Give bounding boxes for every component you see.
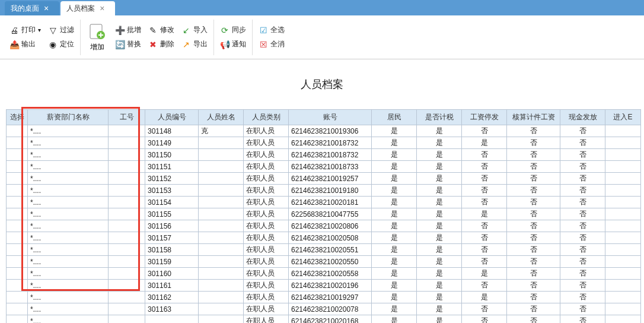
delete-button[interactable]: ✖删除 [148, 39, 174, 50]
cell-tax: 是 [417, 280, 462, 292]
col-dept[interactable]: 薪资部门名称 [28, 110, 109, 125]
cell-empno: 301158 [145, 244, 199, 256]
cell-stop: 否 [462, 256, 507, 268]
print-button[interactable]: 🖨打印▾ [9, 24, 41, 36]
table-row[interactable]: *....301152 在职人员62146238210019257是是否否否 [7, 173, 641, 185]
batch-add-button[interactable]: ➕批增 [115, 24, 141, 36]
table-row[interactable]: *....301159 在职人员62146238210020550是是否否否 [7, 256, 641, 268]
close-icon[interactable]: × [100, 4, 104, 13]
cell-select[interactable] [7, 303, 28, 315]
cell-resident: 是 [372, 244, 417, 256]
filter-button[interactable]: ▽过滤 [48, 24, 74, 36]
cell-empno: 301160 [145, 268, 199, 280]
cell-stop: 否 [462, 315, 507, 324]
cell-name [199, 208, 244, 220]
cell-resident: 是 [372, 149, 417, 161]
cell-select[interactable] [7, 244, 28, 256]
col-cash[interactable]: 现金发放 [560, 110, 605, 125]
cell-acct: 62146238210020806 [289, 220, 372, 232]
cell-enter [605, 185, 641, 197]
col-type[interactable]: 人员类别 [244, 110, 289, 125]
cell-dept: *.... [28, 125, 109, 137]
table-row[interactable]: *....301162 在职人员62146238210019297是是是否否 [7, 292, 641, 303]
funnel-icon: ▽ [48, 26, 58, 35]
cell-cash: 否 [560, 280, 605, 292]
cell-select[interactable] [7, 220, 28, 232]
cell-select[interactable] [7, 208, 28, 220]
table-row[interactable]: *....301153 在职人员62146238210019180是是否否否 [7, 185, 641, 197]
add-button[interactable]: 增加 [83, 22, 111, 52]
modify-button[interactable]: ✎修改 [148, 24, 174, 36]
table-row[interactable]: *....301161 在职人员62146238210020196是是否否否 [7, 280, 641, 292]
col-stop[interactable]: 工资停发 [462, 110, 507, 125]
table-row[interactable]: *....301149 在职人员62146238210018732是是是否否 [7, 137, 641, 149]
cell-empno: 301161 [145, 280, 199, 292]
cell-select[interactable] [7, 125, 28, 137]
cell-acct: 62146238210020508 [289, 232, 372, 244]
col-name[interactable]: 人员姓名 [199, 110, 244, 125]
table-row[interactable]: *....301160 在职人员62146238210020558是是是否否 [7, 268, 641, 280]
select-all-button[interactable]: ☑全选 [259, 24, 285, 36]
locate-button[interactable]: ◉定位 [48, 39, 74, 50]
table-row[interactable]: *....301148克在职人员62146238210019306是是否否否 [7, 125, 641, 137]
cell-select[interactable] [7, 197, 28, 208]
cell-acct: 62146238210019180 [289, 185, 372, 197]
clear-all-button[interactable]: ☒全消 [259, 39, 285, 50]
col-tax[interactable]: 是否计税 [417, 110, 462, 125]
cell-name [199, 303, 244, 315]
col-resident[interactable]: 居民 [372, 110, 417, 125]
cell-dept: *.... [28, 137, 109, 149]
cell-type: 在职人员 [244, 137, 289, 149]
cell-select[interactable] [7, 137, 28, 149]
cell-select[interactable] [7, 149, 28, 161]
table-row[interactable]: *....301154 在职人员62146238210020181是是否否否 [7, 197, 641, 208]
table-row[interactable]: *....301155 在职人员62256838210047755是是是否否 [7, 208, 641, 220]
col-enter[interactable]: 进入E [605, 110, 641, 125]
table-row[interactable]: *....301163 在职人员62146238210020078是是否否否 [7, 303, 641, 315]
cell-acct: 62146238210018733 [289, 161, 372, 173]
cell-select[interactable] [7, 315, 28, 324]
cell-type: 在职人员 [244, 161, 289, 173]
megaphone-icon: 📢 [220, 40, 229, 49]
col-empno[interactable]: 人员编号 [145, 110, 199, 125]
cell-select[interactable] [7, 280, 28, 292]
cell-resident: 是 [372, 161, 417, 173]
cell-jobno [109, 173, 145, 185]
separator [80, 20, 81, 55]
cell-enter [605, 232, 641, 244]
export-button[interactable]: ↗导出 [181, 39, 208, 50]
batch-add-icon: ➕ [115, 26, 125, 35]
cell-select[interactable] [7, 268, 28, 280]
table-row[interactable]: *....301151 在职人员62146238210018733是是否否否 [7, 161, 641, 173]
output-button[interactable]: 📤输出 [9, 39, 41, 50]
table-row[interactable]: *....301157 在职人员62146238210020508是是否否否 [7, 232, 641, 244]
cell-select[interactable] [7, 292, 28, 303]
notify-button[interactable]: 📢通知 [220, 39, 246, 50]
table-row[interactable]: *....301156 在职人员62146238210020806是是否否否 [7, 220, 641, 232]
tab-personnel[interactable]: 人员档案 × [60, 1, 115, 15]
cell-piece: 否 [507, 303, 560, 315]
cell-name [199, 137, 244, 149]
col-jobno[interactable]: 工号 [109, 110, 145, 125]
table-row[interactable]: *....301150 在职人员62146238210018732是是否否否 [7, 149, 641, 161]
cell-select[interactable] [7, 161, 28, 173]
cell-select[interactable] [7, 232, 28, 244]
cell-enter [605, 220, 641, 232]
cell-enter [605, 137, 641, 149]
import-button[interactable]: ↙导入 [181, 24, 208, 36]
sync-button[interactable]: ⟳同步 [220, 24, 246, 36]
replace-button[interactable]: 🔄替换 [115, 39, 141, 50]
col-piece[interactable]: 核算计件工资 [507, 110, 560, 125]
toolbar: 🖨打印▾ 📤输出 ▽过滤 ◉定位 增加 ➕批增 🔄替换 ✎修改 ✖删除 ↙导入 … [0, 15, 644, 59]
tab-home[interactable]: 我的桌面 × [5, 1, 59, 15]
table-row[interactable]: *.... 在职人员62146238210020168是是否否否 [7, 315, 641, 324]
close-icon[interactable]: × [44, 4, 49, 13]
col-select[interactable]: 选择 [7, 110, 28, 125]
cell-dept: *.... [28, 185, 109, 197]
table-row[interactable]: *....301158 在职人员62146238210020551是是否否否 [7, 244, 641, 256]
col-acct[interactable]: 账号 [289, 110, 372, 125]
import-icon: ↙ [181, 26, 191, 35]
cell-select[interactable] [7, 173, 28, 185]
cell-select[interactable] [7, 185, 28, 197]
cell-select[interactable] [7, 256, 28, 268]
